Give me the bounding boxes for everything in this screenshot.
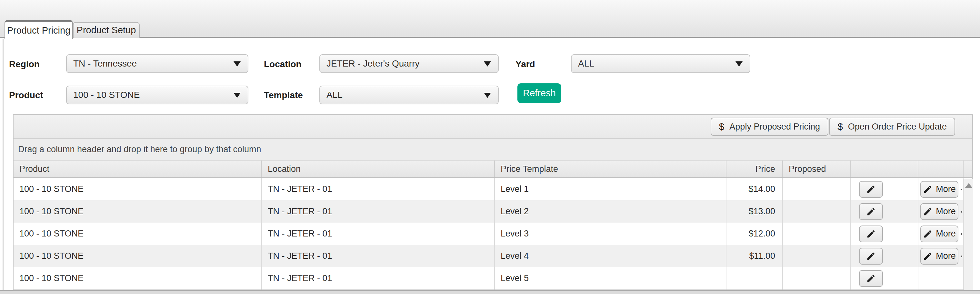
row-dot — [961, 233, 962, 235]
cell-price-template: Level 4 — [495, 245, 727, 267]
cell-price-template: Level 2 — [495, 200, 727, 223]
more-button[interactable]: More — [920, 248, 958, 265]
cell-location: TN - JETER - 01 — [262, 178, 495, 200]
cell-price: $11.00 — [727, 245, 783, 267]
grid-header-row: Product Location Price Template Price Pr… — [14, 161, 972, 178]
cell-location: TN - JETER - 01 — [262, 267, 495, 289]
group-drop-hint: Drag a column header and drop it here to… — [18, 144, 261, 155]
more-button-label: More — [936, 229, 956, 239]
column-header-product[interactable]: Product — [14, 161, 262, 177]
chevron-down-icon — [234, 61, 241, 67]
product-dropdown[interactable]: 100 - 10 STONE — [66, 86, 248, 104]
edit-button[interactable] — [859, 270, 883, 287]
product-label: Product — [9, 90, 43, 101]
yard-dropdown-value: ALL — [578, 59, 594, 69]
cell-price-template: Level 1 — [495, 178, 727, 200]
cell-edit — [851, 245, 918, 267]
cell-product: 100 - 10 STONE — [14, 223, 262, 245]
cell-more: More — [918, 200, 964, 223]
top-band — [0, 0, 980, 38]
apply-proposed-pricing-label: Apply Proposed Pricing — [729, 122, 820, 132]
pencil-icon — [866, 184, 876, 194]
cell-more — [918, 267, 964, 289]
yard-dropdown[interactable]: ALL — [571, 54, 750, 73]
cell-price: $14.00 — [727, 178, 783, 200]
cell-product: 100 - 10 STONE — [14, 200, 262, 223]
cell-proposed — [783, 267, 851, 289]
cell-more: More — [918, 245, 964, 267]
yard-label: Yard — [515, 59, 535, 69]
column-header-scroll-gap — [964, 161, 972, 177]
bottom-strip — [0, 290, 980, 294]
edit-button[interactable] — [859, 181, 883, 198]
apply-proposed-pricing-button[interactable]: $ Apply Proposed Pricing — [711, 118, 828, 136]
cell-more: More — [918, 223, 964, 245]
table-row: 100 - 10 STONETN - JETER - 01Level 1$14.… — [14, 178, 972, 200]
cell-price-template: Level 3 — [495, 223, 727, 245]
pencil-icon — [923, 251, 932, 261]
chevron-down-icon — [735, 61, 743, 67]
column-header-proposed[interactable]: Proposed — [783, 161, 851, 177]
cell-proposed — [783, 200, 851, 223]
template-dropdown-value: ALL — [326, 90, 342, 100]
tab-product-pricing[interactable]: Product Pricing — [5, 20, 73, 39]
cell-location: TN - JETER - 01 — [262, 200, 495, 223]
edit-button[interactable] — [859, 225, 883, 242]
chevron-down-icon — [484, 61, 491, 67]
scroll-up-icon[interactable] — [965, 183, 972, 188]
cell-proposed — [783, 178, 851, 200]
pencil-icon — [866, 229, 876, 239]
row-dot — [961, 189, 962, 190]
cell-edit — [851, 223, 918, 245]
more-button[interactable]: More — [920, 225, 958, 242]
open-order-price-update-label: Open Order Price Update — [848, 122, 947, 132]
group-drop-zone[interactable]: Drag a column header and drop it here to… — [14, 139, 972, 161]
cell-proposed — [783, 223, 851, 245]
cell-edit — [851, 200, 918, 223]
cell-price-template: Level 5 — [495, 267, 727, 289]
location-label: Location — [264, 59, 302, 69]
pencil-icon — [866, 274, 876, 283]
region-label: Region — [9, 59, 40, 69]
cell-proposed — [783, 245, 851, 267]
table-row: 100 - 10 STONETN - JETER - 01Level 2$13.… — [14, 200, 972, 223]
edit-button[interactable] — [859, 203, 883, 220]
template-label: Template — [264, 90, 303, 101]
open-order-price-update-button[interactable]: $ Open Order Price Update — [829, 118, 955, 136]
location-dropdown-value: JETER - Jeter's Quarry — [326, 59, 420, 69]
cell-product: 100 - 10 STONE — [14, 178, 262, 200]
pencil-icon — [923, 207, 932, 216]
pricing-grid: $ Apply Proposed Pricing $ Open Order Pr… — [13, 114, 973, 290]
dollar-icon: $ — [719, 121, 724, 132]
table-row: 100 - 10 STONETN - JETER - 01Level 5 — [14, 267, 972, 289]
product-dropdown-value: 100 - 10 STONE — [73, 90, 140, 100]
more-button[interactable]: More — [920, 181, 958, 198]
refresh-button[interactable]: Refresh — [517, 83, 561, 103]
dollar-icon: $ — [837, 121, 843, 132]
cell-price: $13.00 — [727, 200, 783, 223]
grid-toolbar: $ Apply Proposed Pricing $ Open Order Pr… — [14, 115, 972, 139]
tab-product-setup[interactable]: Product Setup — [73, 22, 140, 38]
template-dropdown[interactable]: ALL — [319, 86, 499, 104]
pencil-icon — [923, 184, 932, 194]
vertical-scrollbar[interactable] — [964, 179, 973, 290]
column-header-price-template[interactable]: Price Template — [495, 161, 727, 177]
cell-product: 100 - 10 STONE — [14, 267, 262, 289]
location-dropdown[interactable]: JETER - Jeter's Quarry — [319, 54, 499, 73]
edit-button[interactable] — [859, 248, 883, 265]
cell-edit — [851, 178, 918, 200]
grid-body: 100 - 10 STONETN - JETER - 01Level 1$14.… — [14, 178, 972, 289]
column-header-more — [918, 161, 964, 177]
more-button-label: More — [936, 184, 956, 194]
column-header-edit — [851, 161, 918, 177]
cell-location: TN - JETER - 01 — [262, 245, 495, 267]
pencil-icon — [866, 207, 876, 216]
column-header-price[interactable]: Price — [727, 161, 783, 177]
column-header-location[interactable]: Location — [262, 161, 495, 177]
more-button[interactable]: More — [920, 203, 958, 220]
more-button-label: More — [936, 206, 956, 216]
region-dropdown[interactable]: TN - Tennessee — [66, 54, 248, 73]
table-row: 100 - 10 STONETN - JETER - 01Level 3$12.… — [14, 223, 972, 245]
panel-left-border — [3, 39, 3, 290]
region-dropdown-value: TN - Tennessee — [73, 59, 137, 69]
